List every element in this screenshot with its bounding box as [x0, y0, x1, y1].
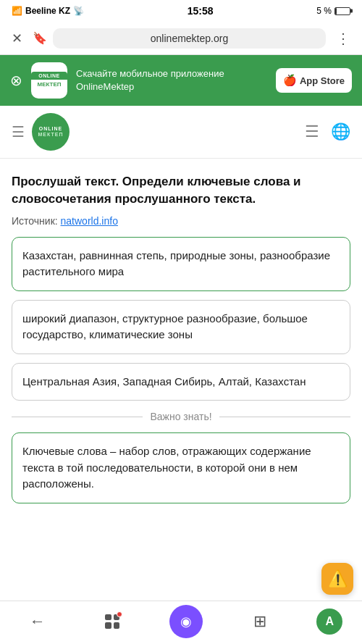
- header-icons: ☰ 🌐: [305, 122, 350, 141]
- banner-logo-bottom: МЕКТЕП: [31, 80, 67, 89]
- tabs-button[interactable]: ⊞: [242, 606, 278, 637]
- battery-icon: [334, 7, 350, 15]
- logo-mektep-text: МЕКТЕП: [38, 131, 64, 138]
- important-section: Важно знать! Ключевые слова – набор слов…: [12, 411, 350, 503]
- alice-icon: ◉: [180, 614, 192, 630]
- bottom-nav: ← ◉ ⊞ A: [0, 601, 362, 644]
- answer-box-1[interactable]: Казахстан, равнинная степь, природные зо…: [12, 237, 350, 291]
- source-link[interactable]: natworld.info: [61, 215, 118, 227]
- warning-badge[interactable]: ⚠️: [321, 563, 353, 595]
- browser-bar: ✕ 🔖 onlinemektep.org ⋮: [0, 22, 362, 55]
- important-text: Ключевые слова – набор слов, отражающих …: [22, 445, 311, 490]
- avatar-button[interactable]: A: [316, 609, 342, 635]
- source-prefix: Источник:: [12, 215, 61, 227]
- logo-online-text: ONLINE: [39, 126, 62, 131]
- browser-url-bar[interactable]: onlinemektep.org: [53, 28, 326, 49]
- apps-grid-container: [105, 614, 119, 629]
- banner-logo-top: ONLINE: [31, 72, 67, 80]
- answer-box-3[interactable]: Центральная Азия, Западная Сибирь, Алтай…: [12, 363, 350, 401]
- main-content: Прослушай текст. Определи ключевые слова…: [0, 159, 362, 518]
- back-button[interactable]: ←: [20, 606, 56, 637]
- site-logo: ONLINE МЕКТЕП: [32, 113, 70, 151]
- carrier-name: Beeline KZ: [25, 6, 70, 16]
- banner-text: Скачайте мобильное приложение OnlineMekt…: [76, 67, 267, 93]
- carrier-signal: 📶 Beeline KZ 📡: [12, 6, 84, 16]
- notification-dot: [117, 611, 122, 617]
- list-view-icon[interactable]: ☰: [305, 122, 319, 141]
- banner-logo: ONLINE МЕКТЕП: [31, 62, 67, 99]
- important-divider: Важно знать!: [12, 411, 350, 422]
- apple-icon: 🍎: [283, 74, 297, 87]
- hamburger-menu-icon[interactable]: ☰: [12, 123, 25, 141]
- app-banner: ⊗ ONLINE МЕКТЕП Скачайте мобильное прило…: [0, 55, 362, 106]
- signal-bars: 📶: [12, 6, 22, 16]
- tabs-icon: ⊞: [253, 612, 266, 631]
- browser-close-button[interactable]: ✕: [7, 29, 27, 48]
- banner-close-button[interactable]: ⊗: [10, 73, 22, 88]
- answers-container: Казахстан, равнинная степь, природные зо…: [12, 237, 350, 401]
- globe-icon[interactable]: 🌐: [331, 122, 350, 141]
- answer-box-2[interactable]: широкий диапазон, структурное разнообраз…: [12, 300, 350, 354]
- battery-percent: 5 %: [316, 6, 332, 16]
- clock: 15:58: [188, 5, 214, 17]
- back-icon: ←: [30, 612, 46, 631]
- site-header: ☰ ONLINE МЕКТЕП ☰ 🌐: [0, 106, 362, 159]
- browser-more-button[interactable]: ⋮: [332, 28, 355, 49]
- battery-status: 5 %: [316, 6, 350, 16]
- app-store-label: App Store: [300, 75, 345, 86]
- divider-right: [219, 417, 350, 417]
- app-store-button[interactable]: 🍎 App Store: [276, 68, 352, 93]
- divider-left: [12, 417, 143, 417]
- page-title: Прослушай текст. Определи ключевые слова…: [12, 173, 350, 208]
- alice-button[interactable]: ◉: [169, 605, 203, 638]
- important-label: Важно знать!: [150, 411, 211, 422]
- apps-button[interactable]: [94, 606, 130, 637]
- avatar-label: A: [325, 615, 334, 628]
- source-line: Источник: natworld.info: [12, 215, 350, 227]
- browser-bookmark-button[interactable]: 🔖: [33, 31, 47, 45]
- status-bar: 📶 Beeline KZ 📡 15:58 5 %: [0, 0, 362, 22]
- important-box: Ключевые слова – набор слов, отражающих …: [12, 432, 350, 503]
- wifi-icon: 📡: [73, 6, 84, 16]
